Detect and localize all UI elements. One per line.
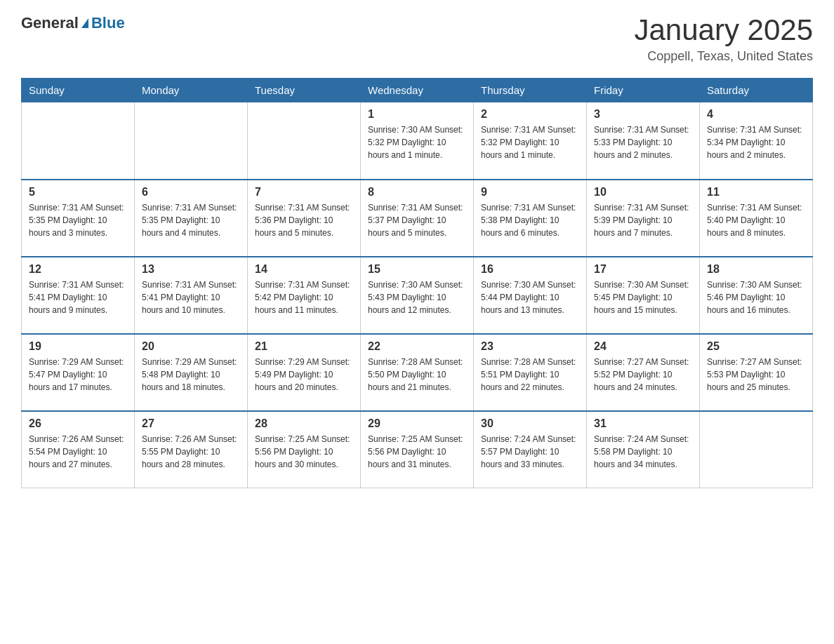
table-row: 7Sunrise: 7:31 AM Sunset: 5:36 PM Daylig… [248, 180, 361, 257]
calendar-week-row: 19Sunrise: 7:29 AM Sunset: 5:47 PM Dayli… [22, 334, 813, 411]
table-row: 22Sunrise: 7:28 AM Sunset: 5:50 PM Dayli… [361, 334, 474, 411]
day-info: Sunrise: 7:30 AM Sunset: 5:44 PM Dayligh… [481, 279, 579, 316]
day-info: Sunrise: 7:29 AM Sunset: 5:48 PM Dayligh… [142, 356, 240, 394]
day-info: Sunrise: 7:30 AM Sunset: 5:45 PM Dayligh… [594, 279, 692, 316]
day-number: 22 [368, 340, 466, 353]
day-number: 19 [29, 340, 127, 353]
table-row: 11Sunrise: 7:31 AM Sunset: 5:40 PM Dayli… [700, 180, 813, 257]
day-info: Sunrise: 7:28 AM Sunset: 5:51 PM Dayligh… [481, 356, 579, 394]
day-number: 21 [255, 340, 353, 353]
header-tuesday: Tuesday [248, 79, 361, 102]
table-row: 19Sunrise: 7:29 AM Sunset: 5:47 PM Dayli… [22, 334, 135, 411]
table-row: 9Sunrise: 7:31 AM Sunset: 5:38 PM Daylig… [474, 180, 587, 257]
day-number: 12 [29, 263, 127, 276]
day-info: Sunrise: 7:25 AM Sunset: 5:56 PM Dayligh… [255, 433, 353, 471]
day-info: Sunrise: 7:29 AM Sunset: 5:49 PM Dayligh… [255, 356, 353, 394]
table-row: 13Sunrise: 7:31 AM Sunset: 5:41 PM Dayli… [135, 257, 248, 334]
table-row: 28Sunrise: 7:25 AM Sunset: 5:56 PM Dayli… [248, 411, 361, 488]
table-row: 8Sunrise: 7:31 AM Sunset: 5:37 PM Daylig… [361, 180, 474, 257]
day-number: 30 [481, 417, 579, 430]
day-number: 20 [142, 340, 240, 353]
day-info: Sunrise: 7:31 AM Sunset: 5:35 PM Dayligh… [142, 201, 240, 239]
day-number: 11 [707, 186, 805, 199]
table-row [22, 102, 135, 180]
day-info: Sunrise: 7:27 AM Sunset: 5:53 PM Dayligh… [707, 356, 805, 394]
logo: General Blue [21, 14, 125, 32]
day-info: Sunrise: 7:31 AM Sunset: 5:36 PM Dayligh… [255, 201, 353, 239]
table-row: 4Sunrise: 7:31 AM Sunset: 5:34 PM Daylig… [700, 102, 813, 180]
day-number: 2 [481, 108, 579, 121]
day-number: 23 [481, 340, 579, 353]
day-info: Sunrise: 7:30 AM Sunset: 5:32 PM Dayligh… [368, 123, 466, 161]
weekday-header-row: Sunday Monday Tuesday Wednesday Thursday… [22, 79, 813, 102]
calendar-week-row: 5Sunrise: 7:31 AM Sunset: 5:35 PM Daylig… [22, 180, 813, 257]
day-number: 7 [255, 186, 353, 199]
day-number: 27 [142, 417, 240, 430]
table-row: 16Sunrise: 7:30 AM Sunset: 5:44 PM Dayli… [474, 257, 587, 334]
table-row: 15Sunrise: 7:30 AM Sunset: 5:43 PM Dayli… [361, 257, 474, 334]
header-thursday: Thursday [474, 79, 587, 102]
logo-general: General [21, 14, 79, 32]
table-row: 21Sunrise: 7:29 AM Sunset: 5:49 PM Dayli… [248, 334, 361, 411]
day-info: Sunrise: 7:26 AM Sunset: 5:55 PM Dayligh… [142, 433, 240, 471]
day-info: Sunrise: 7:30 AM Sunset: 5:43 PM Dayligh… [368, 279, 466, 316]
table-row: 3Sunrise: 7:31 AM Sunset: 5:33 PM Daylig… [587, 102, 700, 180]
table-row: 20Sunrise: 7:29 AM Sunset: 5:48 PM Dayli… [135, 334, 248, 411]
day-info: Sunrise: 7:31 AM Sunset: 5:35 PM Dayligh… [29, 201, 127, 239]
table-row: 18Sunrise: 7:30 AM Sunset: 5:46 PM Dayli… [700, 257, 813, 334]
table-row: 31Sunrise: 7:24 AM Sunset: 5:58 PM Dayli… [587, 411, 700, 488]
header-saturday: Saturday [700, 79, 813, 102]
day-info: Sunrise: 7:24 AM Sunset: 5:57 PM Dayligh… [481, 433, 579, 471]
table-row: 23Sunrise: 7:28 AM Sunset: 5:51 PM Dayli… [474, 334, 587, 411]
table-row: 25Sunrise: 7:27 AM Sunset: 5:53 PM Dayli… [700, 334, 813, 411]
logo-triangle-icon [81, 18, 88, 28]
calendar-week-row: 26Sunrise: 7:26 AM Sunset: 5:54 PM Dayli… [22, 411, 813, 488]
day-info: Sunrise: 7:24 AM Sunset: 5:58 PM Dayligh… [594, 433, 692, 471]
day-info: Sunrise: 7:29 AM Sunset: 5:47 PM Dayligh… [29, 356, 127, 394]
table-row [135, 102, 248, 180]
table-row: 27Sunrise: 7:26 AM Sunset: 5:55 PM Dayli… [135, 411, 248, 488]
day-info: Sunrise: 7:31 AM Sunset: 5:39 PM Dayligh… [594, 201, 692, 239]
header-monday: Monday [135, 79, 248, 102]
day-info: Sunrise: 7:31 AM Sunset: 5:34 PM Dayligh… [707, 123, 805, 161]
day-number: 29 [368, 417, 466, 430]
day-info: Sunrise: 7:31 AM Sunset: 5:38 PM Dayligh… [481, 201, 579, 239]
table-row: 24Sunrise: 7:27 AM Sunset: 5:52 PM Dayli… [587, 334, 700, 411]
day-number: 15 [368, 263, 466, 276]
day-number: 4 [707, 108, 805, 121]
day-info: Sunrise: 7:31 AM Sunset: 5:41 PM Dayligh… [142, 279, 240, 316]
table-row: 14Sunrise: 7:31 AM Sunset: 5:42 PM Dayli… [248, 257, 361, 334]
table-row [700, 411, 813, 488]
table-row: 5Sunrise: 7:31 AM Sunset: 5:35 PM Daylig… [22, 180, 135, 257]
day-info: Sunrise: 7:31 AM Sunset: 5:32 PM Dayligh… [481, 123, 579, 161]
day-number: 16 [481, 263, 579, 276]
day-info: Sunrise: 7:31 AM Sunset: 5:41 PM Dayligh… [29, 279, 127, 316]
day-info: Sunrise: 7:25 AM Sunset: 5:56 PM Dayligh… [368, 433, 466, 471]
day-number: 31 [594, 417, 692, 430]
table-row: 6Sunrise: 7:31 AM Sunset: 5:35 PM Daylig… [135, 180, 248, 257]
day-info: Sunrise: 7:28 AM Sunset: 5:50 PM Dayligh… [368, 356, 466, 394]
table-row: 12Sunrise: 7:31 AM Sunset: 5:41 PM Dayli… [22, 257, 135, 334]
day-number: 28 [255, 417, 353, 430]
table-row [248, 102, 361, 180]
day-info: Sunrise: 7:31 AM Sunset: 5:37 PM Dayligh… [368, 201, 466, 239]
day-number: 6 [142, 186, 240, 199]
table-row: 26Sunrise: 7:26 AM Sunset: 5:54 PM Dayli… [22, 411, 135, 488]
day-number: 13 [142, 263, 240, 276]
logo-blue: Blue [91, 14, 125, 32]
day-number: 1 [368, 108, 466, 121]
header-friday: Friday [587, 79, 700, 102]
table-row: 29Sunrise: 7:25 AM Sunset: 5:56 PM Dayli… [361, 411, 474, 488]
calendar-subtitle: Coppell, Texas, United States [634, 49, 813, 64]
table-row: 17Sunrise: 7:30 AM Sunset: 5:45 PM Dayli… [587, 257, 700, 334]
day-info: Sunrise: 7:31 AM Sunset: 5:42 PM Dayligh… [255, 279, 353, 316]
calendar-title: January 2025 [634, 14, 813, 46]
day-info: Sunrise: 7:31 AM Sunset: 5:40 PM Dayligh… [707, 201, 805, 239]
title-block: January 2025 Coppell, Texas, United Stat… [634, 14, 813, 64]
header-wednesday: Wednesday [361, 79, 474, 102]
day-info: Sunrise: 7:26 AM Sunset: 5:54 PM Dayligh… [29, 433, 127, 471]
day-info: Sunrise: 7:27 AM Sunset: 5:52 PM Dayligh… [594, 356, 692, 394]
day-number: 26 [29, 417, 127, 430]
day-info: Sunrise: 7:31 AM Sunset: 5:33 PM Dayligh… [594, 123, 692, 161]
table-row: 10Sunrise: 7:31 AM Sunset: 5:39 PM Dayli… [587, 180, 700, 257]
